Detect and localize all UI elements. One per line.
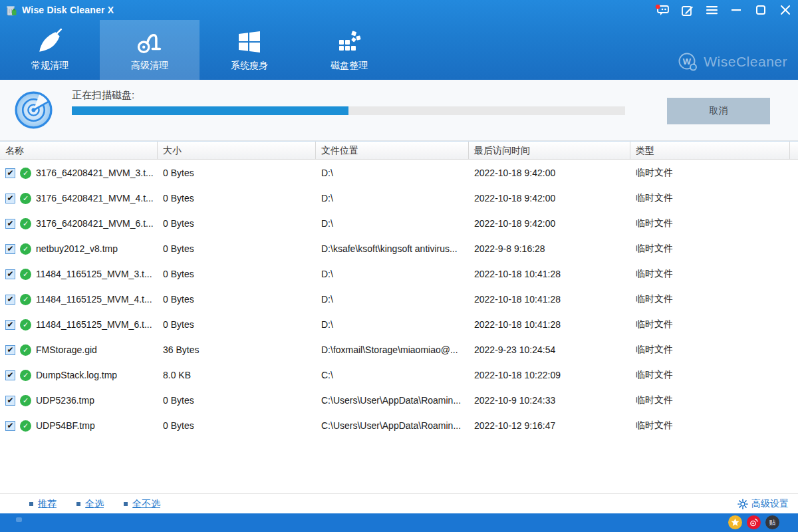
table-header: 名称 大小 文件位置 最后访问时间 类型 [0,141,798,160]
weibo-icon[interactable] [747,515,761,529]
table-row[interactable]: ✔ ✓ UDP54BF.tmp 0 Bytes C:\Users\User\Ap… [0,413,798,438]
file-time: 2022-10-18 9:42:00 [469,193,630,203]
close-icon[interactable] [778,3,793,17]
tab-disk-defrag[interactable]: 磁盘整理 [299,20,399,80]
row-checkbox[interactable]: ✔ [5,396,15,406]
file-location: D:\ [316,168,469,178]
row-checkbox[interactable]: ✔ [5,345,15,355]
deselect-all-link[interactable]: 全不选 [124,498,160,510]
file-location: C:\Users\User\AppData\Roamin... [316,420,469,431]
row-checkbox[interactable]: ✔ [5,320,15,330]
status-ok-icon: ✓ [20,218,31,229]
status-ok-icon: ✓ [20,243,31,255]
menu-icon[interactable] [704,3,719,17]
table-row[interactable]: ✔ ✓ 11484_1165125_MVM_4.t... 0 Bytes D:\… [0,287,798,312]
file-size: 0 Bytes [158,269,316,279]
bullet-icon [76,502,80,506]
table-row[interactable]: ✔ ✓ 11484_1165125_MVM_3.t... 0 Bytes D:\… [0,261,798,287]
wisecleaner-logo-icon: W [678,52,698,72]
file-name: 3176_64208421_MVM_3.t... [36,168,154,178]
row-checkbox[interactable]: ✔ [5,194,15,203]
file-size: 0 Bytes [158,218,316,229]
message-icon[interactable] [655,3,670,17]
bullet-icon [124,502,128,506]
column-header-type[interactable]: 类型 [630,142,790,159]
scan-status-text: 正在扫描磁盘: [72,89,134,102]
edit-icon[interactable] [680,3,694,17]
column-header-time[interactable]: 最后访问时间 [469,142,630,159]
file-type: 临时文件 [630,268,790,280]
file-location: D:\ksafe\ksoft\kingsoft antivirus... [316,243,469,254]
scan-progress-fill [72,106,348,115]
cancel-button[interactable]: 取消 [667,98,770,124]
table-row[interactable]: ✔ ✓ 11484_1165125_MVM_6.t... 0 Bytes D:\… [0,312,798,337]
row-checkbox[interactable]: ✔ [5,269,15,279]
row-checkbox[interactable]: ✔ [5,219,15,229]
svg-text:W: W [683,57,692,66]
footer-link-label: 全选 [85,498,104,510]
status-ok-icon: ✓ [20,168,31,179]
file-size: 0 Bytes [158,395,316,406]
table-row[interactable]: ✔ ✓ FMStorage.gid 36 Bytes D:\foxmail\St… [0,337,798,362]
file-size: 36 Bytes [158,344,316,355]
file-time: 2022-10-18 9:42:00 [469,168,630,178]
file-size: 0 Bytes [158,420,316,431]
gear-icon [737,499,748,509]
tab-label: 常规清理 [31,60,68,72]
file-size: 0 Bytes [158,243,316,254]
table-row[interactable]: ✔ ✓ netbuy2012_v8.tmp 0 Bytes D:\ksafe\k… [0,236,798,261]
row-checkbox[interactable]: ✔ [5,295,15,305]
file-name: 3176_64208421_MVM_4.t... [36,193,154,203]
file-name: DumpStack.log.tmp [36,370,117,380]
row-checkbox[interactable]: ✔ [5,421,15,431]
qzone-star-icon[interactable] [728,515,742,529]
tab-regular-clean[interactable]: 常规清理 [0,20,100,80]
app-logo-icon [6,5,17,16]
file-location: D:\foxmail\Storage\miaomiao@... [316,344,469,355]
column-header-filler [790,142,798,159]
table-row[interactable]: ✔ ✓ 3176_64208421_MVM_3.t... 0 Bytes D:\… [0,160,798,186]
minimize-icon[interactable] [729,3,743,17]
column-header-location[interactable]: 文件位置 [316,142,469,159]
file-time: 2022-10-18 10:41:28 [469,294,630,305]
tieba-icon[interactable]: 贴 [765,515,779,529]
file-time: 2022-10-18 10:41:28 [469,319,630,330]
status-ok-icon: ✓ [20,294,31,305]
footer-link-label: 全不选 [132,498,160,510]
row-checkbox[interactable]: ✔ [5,244,15,254]
status-ok-icon: ✓ [20,395,31,406]
status-ok-icon: ✓ [20,344,31,356]
file-type: 临时文件 [630,192,790,204]
titlebar: Wise Disk Cleaner X [0,0,798,20]
row-checkbox[interactable]: ✔ [5,370,15,380]
status-ok-icon: ✓ [20,269,31,280]
radar-scan-icon [13,90,54,130]
recommend-link[interactable]: 推荐 [29,498,57,510]
file-size: 0 Bytes [158,168,316,178]
selection-links: 推荐全选全不选 [29,498,160,510]
file-type: 临时文件 [630,217,790,229]
row-checkbox[interactable]: ✔ [5,168,15,178]
vacuum-icon [135,27,164,57]
file-type: 临时文件 [630,293,790,305]
table-row[interactable]: ✔ ✓ 3176_64208421_MVM_6.t... 0 Bytes D:\… [0,211,798,236]
column-header-size[interactable]: 大小 [158,142,316,159]
maximize-icon[interactable] [753,3,768,17]
file-name: 11484_1165125_MVM_6.t... [36,319,152,330]
file-size: 0 Bytes [158,193,316,203]
tab-label: 系统瘦身 [231,60,268,72]
table-row[interactable]: ✔ ✓ UDP5236.tmp 0 Bytes C:\Users\User\Ap… [0,388,798,413]
tab-advanced-clean[interactable]: 高级清理 [100,20,200,80]
table-row[interactable]: ✔ ✓ 3176_64208421_MVM_4.t... 0 Bytes D:\… [0,186,798,211]
file-location: D:\ [316,294,469,305]
file-time: 2022-10-18 10:41:28 [469,269,630,279]
advanced-settings-button[interactable]: 高级设置 [737,494,789,514]
table-row[interactable]: ✔ ✓ DumpStack.log.tmp 8.0 KB C:\ 2022-10… [0,362,798,388]
select-all-link[interactable]: 全选 [76,498,104,510]
status-ok-icon: ✓ [20,319,31,331]
file-location: C:\ [316,370,469,380]
file-size: 8.0 KB [158,370,316,380]
status-ok-icon: ✓ [20,193,31,204]
tab-system-slim[interactable]: 系统瘦身 [200,20,299,80]
column-header-name[interactable]: 名称 [0,142,158,159]
